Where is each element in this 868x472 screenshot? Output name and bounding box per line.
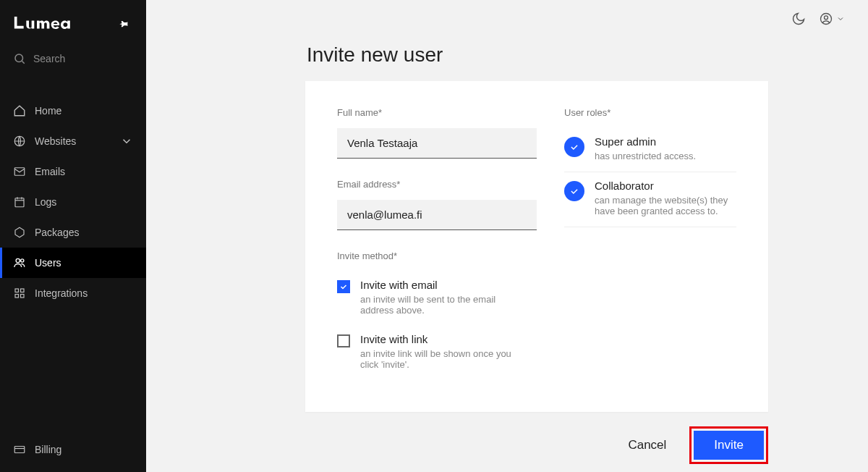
sidebar-item-emails[interactable]: Emails	[0, 156, 146, 187]
role-title: Collaborator	[595, 180, 736, 192]
svg-point-9	[16, 258, 20, 262]
sidebar-item-users[interactable]: Users	[0, 248, 146, 278]
svg-rect-12	[21, 289, 25, 292]
svg-point-18	[825, 16, 828, 20]
chevron-down-icon	[836, 12, 845, 26]
sidebar-item-label: Packages	[35, 227, 79, 238]
checkbox-checked-icon[interactable]	[337, 280, 350, 293]
search-trigger[interactable]: Search	[0, 41, 146, 74]
sidebar-item-home[interactable]: Home	[0, 96, 146, 126]
globe-icon	[13, 135, 26, 148]
role-collaborator[interactable]: Collaborator can manage the website(s) t…	[564, 172, 736, 227]
method-title: Invite with link	[360, 333, 512, 345]
sidebar-item-label: Emails	[35, 166, 65, 177]
svg-point-10	[21, 259, 24, 262]
svg-line-1	[22, 61, 24, 63]
card-icon	[13, 443, 26, 456]
moon-icon[interactable]	[791, 12, 806, 26]
search-icon	[13, 52, 26, 65]
svg-point-0	[15, 54, 23, 62]
svg-marker-8	[15, 227, 24, 237]
svg-rect-11	[15, 289, 19, 292]
chevron-down-icon	[120, 135, 133, 148]
role-title: Super admin	[595, 135, 696, 148]
sidebar-item-websites[interactable]: Websites	[0, 126, 146, 156]
sidebar-item-label: Integrations	[35, 287, 88, 299]
email-label: Email address*	[337, 179, 537, 190]
svg-rect-4	[15, 198, 24, 207]
full-name-input[interactable]	[337, 128, 537, 159]
invite-method-email[interactable]: Invite with email an invite will be sent…	[337, 271, 537, 326]
main-area: Invite new user Full name* Email address…	[146, 0, 868, 472]
sidebar-item-packages[interactable]: Packages	[0, 217, 146, 248]
invite-button[interactable]: Invite	[694, 431, 764, 460]
invite-method-link[interactable]: Invite with link an invite link will be …	[337, 326, 537, 380]
cancel-button[interactable]: Cancel	[624, 432, 671, 458]
highlight-frame: Invite	[689, 426, 768, 464]
form-actions: Cancel Invite	[305, 426, 768, 464]
sidebar-item-label: Home	[35, 105, 61, 117]
sidebar-item-label: Billing	[35, 444, 61, 455]
method-desc: an invite will be sent to the email addr…	[360, 294, 512, 316]
invite-method-label: Invite method*	[337, 250, 537, 261]
form-card: Full name* Email address* Invite method*	[305, 81, 768, 412]
role-super-admin[interactable]: Super admin has unrestricted access.	[564, 128, 736, 172]
role-desc: can manage the website(s) they have been…	[595, 195, 736, 216]
check-circle-icon	[564, 181, 584, 201]
sidebar: Search Home Websites Emails Logs Package…	[0, 0, 146, 472]
user-roles-label: User roles*	[564, 107, 736, 118]
brand-logo	[13, 14, 93, 35]
sidebar-item-label: Websites	[35, 135, 76, 147]
calendar-icon	[13, 195, 26, 208]
checkbox-icon[interactable]	[337, 334, 350, 347]
search-label: Search	[33, 53, 65, 64]
check-circle-icon	[564, 137, 584, 157]
sidebar-item-integrations[interactable]: Integrations	[0, 278, 146, 308]
page-title: Invite new user	[307, 43, 845, 67]
svg-rect-13	[15, 295, 19, 298]
users-icon	[13, 256, 26, 269]
account-menu[interactable]	[819, 12, 845, 26]
svg-rect-14	[21, 295, 25, 298]
method-title: Invite with email	[360, 279, 512, 291]
pin-icon[interactable]	[114, 15, 133, 34]
method-desc: an invite link will be shown once you cl…	[360, 348, 512, 370]
mail-icon	[13, 165, 26, 178]
sidebar-item-billing[interactable]: Billing	[0, 434, 146, 465]
topbar	[146, 0, 868, 26]
sidebar-item-label: Users	[35, 257, 61, 269]
grid-icon	[13, 287, 26, 300]
svg-rect-3	[14, 168, 25, 176]
sidebar-nav: Home Websites Emails Logs Packages Users…	[0, 96, 146, 308]
hexagon-icon	[13, 226, 26, 239]
home-icon	[13, 104, 26, 117]
full-name-label: Full name*	[337, 107, 537, 118]
user-circle-icon	[819, 12, 833, 26]
sidebar-item-logs[interactable]: Logs	[0, 187, 146, 217]
email-input[interactable]	[337, 200, 537, 230]
sidebar-item-label: Logs	[35, 196, 56, 208]
svg-rect-15	[14, 447, 25, 453]
role-desc: has unrestricted access.	[595, 151, 696, 161]
